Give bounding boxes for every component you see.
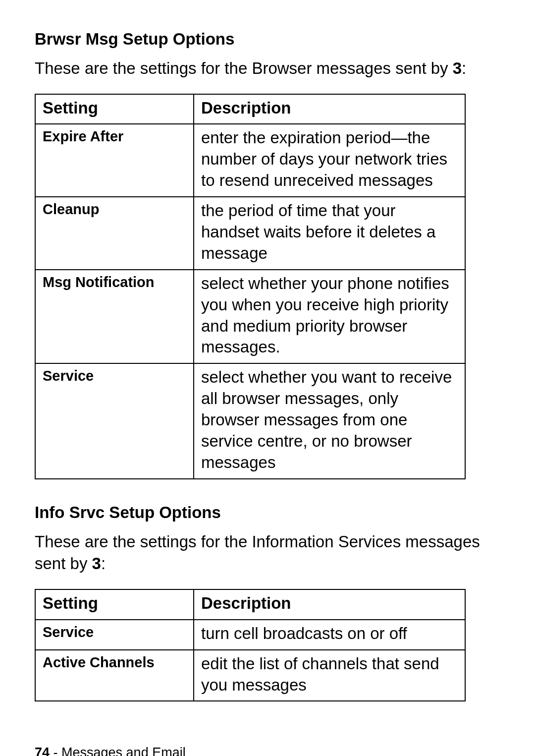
brwsr-msg-heading: Brwsr Msg Setup Options — [35, 30, 500, 49]
setting-description: edit the list of channels that send you … — [194, 650, 465, 701]
setting-name: Service — [35, 620, 194, 650]
chapter-name: Messages and Email — [61, 745, 186, 756]
setting-description: select whether your phone notifies you w… — [194, 270, 465, 364]
col-header-description: Description — [194, 589, 465, 620]
table-header-row: Setting Description — [35, 94, 465, 124]
page-number: 74 — [35, 745, 50, 756]
brwsr-msg-intro: These are the settings for the Browser m… — [35, 58, 500, 80]
info-srvc-heading: Info Srvc Setup Options — [35, 503, 500, 522]
page: Brwsr Msg Setup Options These are the se… — [0, 0, 535, 756]
table-header-row: Setting Description — [35, 589, 465, 620]
info-srvc-table: Setting Description Service turn cell br… — [35, 589, 466, 702]
brwsr-msg-table: Setting Description Expire After enter t… — [35, 94, 466, 479]
table-row: Msg Notification select whether your pho… — [35, 270, 465, 364]
setting-name: Active Channels — [35, 650, 194, 701]
col-header-description: Description — [194, 94, 465, 124]
setting-name: Expire After — [35, 124, 194, 197]
intro-suffix: : — [101, 554, 106, 573]
footer-separator: - — [50, 745, 61, 756]
page-footer: 74 - Messages and Email — [35, 725, 500, 756]
col-header-setting: Setting — [35, 589, 194, 620]
setting-description: the period of time that your handset wai… — [194, 197, 465, 270]
intro-suffix: : — [462, 59, 466, 77]
table-row: Service turn cell broadcasts on or off — [35, 620, 465, 650]
setting-name: Cleanup — [35, 197, 194, 270]
col-header-setting: Setting — [35, 94, 194, 124]
content-area: Brwsr Msg Setup Options These are the se… — [35, 30, 500, 725]
intro-text: These are the settings for the Browser m… — [35, 59, 453, 77]
setting-description: turn cell broadcasts on or off — [194, 620, 465, 650]
setting-name: Service — [35, 363, 194, 478]
table-row: Active Channels edit the list of channel… — [35, 650, 465, 701]
setting-description: select whether you want to receive all b… — [194, 363, 465, 478]
table-row: Service select whether you want to recei… — [35, 363, 465, 478]
brand-name: 3 — [92, 554, 101, 573]
info-srvc-intro: These are the settings for the Informati… — [35, 531, 500, 575]
brand-name: 3 — [453, 59, 462, 77]
setting-description: enter the expiration period—the number o… — [194, 124, 465, 197]
setting-name: Msg Notification — [35, 270, 194, 364]
table-row: Cleanup the period of time that your han… — [35, 197, 465, 270]
table-row: Expire After enter the expiration period… — [35, 124, 465, 197]
